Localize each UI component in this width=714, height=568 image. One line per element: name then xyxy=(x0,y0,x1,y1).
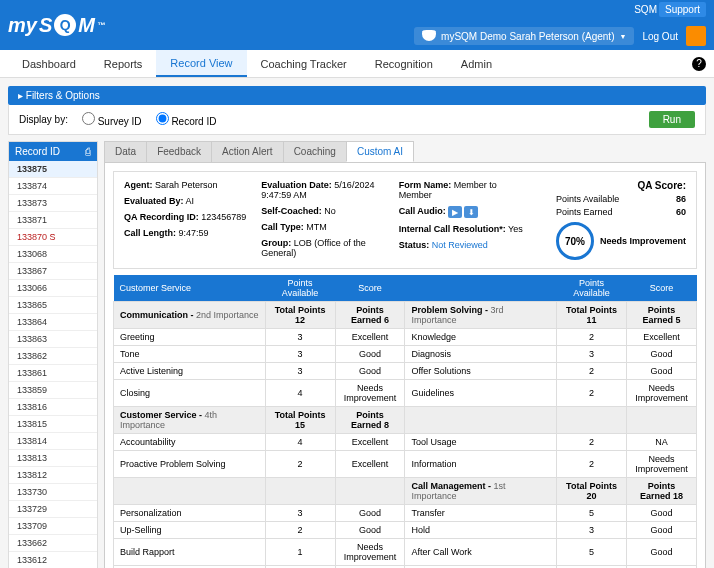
nav-record-view[interactable]: Record View xyxy=(156,50,246,77)
link-sqm[interactable]: SQM xyxy=(634,4,657,15)
qa-score-dial: 70% xyxy=(556,222,594,260)
print-icon[interactable]: ⎙ xyxy=(85,146,91,157)
record-item[interactable]: 133730 xyxy=(9,484,97,501)
brand-logo: mySQM™ xyxy=(8,14,105,37)
record-item[interactable]: 133864 xyxy=(9,314,97,331)
tab-custom-ai[interactable]: Custom AI xyxy=(346,141,414,162)
record-item[interactable]: 133861 xyxy=(9,365,97,382)
help-icon[interactable]: ? xyxy=(692,57,706,71)
record-item[interactable]: 133873 xyxy=(9,195,97,212)
nav-admin[interactable]: Admin xyxy=(447,50,506,77)
customer-service-table: Customer ServicePoints AvailableScorePoi… xyxy=(113,275,697,568)
record-item[interactable]: 133859 xyxy=(9,382,97,399)
run-button[interactable]: Run xyxy=(649,111,695,128)
radio-record-id[interactable]: Record ID xyxy=(156,112,217,127)
record-item[interactable]: 133871 xyxy=(9,212,97,229)
link-support[interactable]: Support xyxy=(659,2,706,17)
database-icon xyxy=(422,30,436,42)
download-audio-icon[interactable]: ⬇ xyxy=(464,206,478,218)
nav-dashboard[interactable]: Dashboard xyxy=(8,50,90,77)
tab-feedback[interactable]: Feedback xyxy=(146,141,212,162)
user-menu[interactable]: mySQM Demo Sarah Peterson (Agent) ▼ xyxy=(414,27,634,45)
record-item[interactable]: 133662 xyxy=(9,535,97,552)
record-item[interactable]: 133812 xyxy=(9,467,97,484)
tab-coaching[interactable]: Coaching xyxy=(283,141,347,162)
record-item[interactable]: 133815 xyxy=(9,416,97,433)
filters-toggle[interactable]: ▸ Filters & Options xyxy=(8,86,706,105)
tab-action-alert[interactable]: Action Alert xyxy=(211,141,284,162)
qa-score-title: QA Score: xyxy=(637,180,686,191)
record-item[interactable]: 133066 xyxy=(9,280,97,297)
qa-rating: Needs Improvement xyxy=(600,236,686,246)
record-item[interactable]: 133814 xyxy=(9,433,97,450)
nav-coaching-tracker[interactable]: Coaching Tracker xyxy=(247,50,361,77)
record-list-header: Record ID xyxy=(15,146,60,157)
record-item[interactable]: 133709 xyxy=(9,518,97,535)
record-item[interactable]: 133875 xyxy=(9,161,97,178)
nav-recognition[interactable]: Recognition xyxy=(361,50,447,77)
record-item[interactable]: 133867 xyxy=(9,263,97,280)
logout-link[interactable]: Log Out xyxy=(642,31,678,42)
record-item[interactable]: 133870 S xyxy=(9,229,97,246)
status-link[interactable]: Not Reviewed xyxy=(432,240,488,250)
record-item[interactable]: 133862 xyxy=(9,348,97,365)
record-item[interactable]: 133874 xyxy=(9,178,97,195)
play-audio-icon[interactable]: ▶ xyxy=(448,206,462,218)
radio-survey-id[interactable]: Survey ID xyxy=(82,112,142,127)
record-item[interactable]: 133816 xyxy=(9,399,97,416)
record-item[interactable]: 133729 xyxy=(9,501,97,518)
record-item[interactable]: 133863 xyxy=(9,331,97,348)
nav-reports[interactable]: Reports xyxy=(90,50,157,77)
chevron-down-icon: ▼ xyxy=(619,33,626,40)
display-by-label: Display by: xyxy=(19,114,68,125)
record-item[interactable]: 133068 xyxy=(9,246,97,263)
tab-data[interactable]: Data xyxy=(104,141,147,162)
record-item[interactable]: 133865 xyxy=(9,297,97,314)
record-item[interactable]: 133612 xyxy=(9,552,97,568)
avatar[interactable] xyxy=(686,26,706,46)
record-item[interactable]: 133813 xyxy=(9,450,97,467)
